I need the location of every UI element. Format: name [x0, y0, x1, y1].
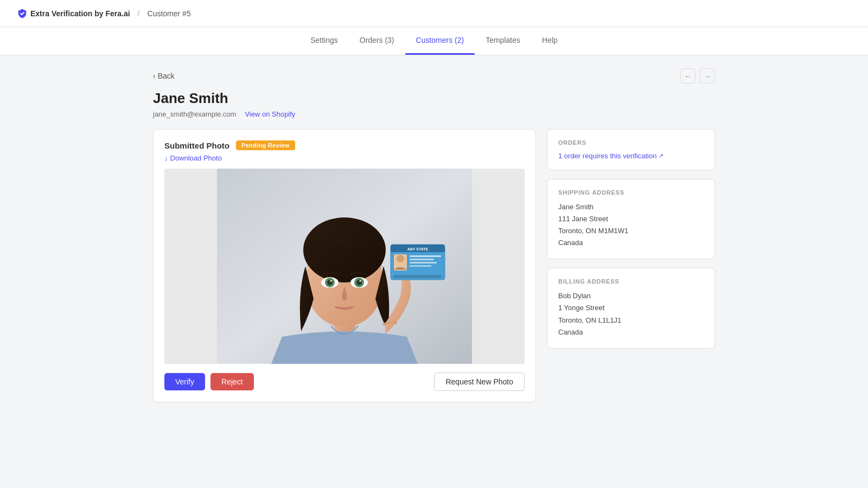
chevron-left-icon: ‹: [153, 72, 156, 80]
customer-name: Jane Smith: [153, 90, 715, 107]
orders-link[interactable]: 1 order requires this verification ↗: [558, 152, 663, 160]
side-panel: ORDERS 1 order requires this verificatio…: [547, 129, 715, 349]
photo-actions: Verify Reject Request New Photo: [164, 373, 525, 391]
nav-item-customers[interactable]: Customers (2): [405, 27, 475, 55]
back-label: Back: [158, 72, 175, 80]
customer-meta: jane_smith@example.com View on Shopify: [153, 110, 715, 118]
svg-rect-24: [410, 255, 441, 257]
brand-label: Extra Verification by Fera.ai: [30, 9, 130, 18]
svg-point-7: [327, 280, 333, 285]
photo-card-header: Submitted Photo Pending Review: [164, 140, 525, 150]
billing-name: Bob Dylan: [558, 290, 704, 302]
shipping-name: Jane Smith: [558, 201, 704, 213]
back-link[interactable]: ‹ Back: [153, 72, 175, 80]
download-photo-label: Download Photo: [170, 154, 222, 162]
nav-item-settings[interactable]: Settings: [299, 27, 349, 55]
nav-item-help[interactable]: Help: [531, 27, 569, 55]
shipping-address-card: SHIPPING ADDRESS Jane Smith 111 Jane Str…: [547, 179, 715, 259]
download-icon: ↓: [164, 154, 168, 162]
pending-badge: Pending Review: [236, 140, 295, 150]
view-shopify-link[interactable]: View on Shopify: [245, 110, 295, 118]
shipping-country: Canada: [558, 237, 704, 249]
external-link-icon: ↗: [659, 152, 663, 159]
arrow-left-icon: ←: [684, 72, 691, 80]
request-new-photo-button[interactable]: Request New Photo: [434, 373, 525, 391]
billing-city-state: Toronto, ON L1L1J1: [558, 314, 704, 326]
primary-actions: Verify Reject: [164, 373, 254, 390]
orders-card: ORDERS 1 order requires this verificatio…: [547, 129, 715, 170]
svg-point-23: [397, 255, 404, 262]
photo-card: Submitted Photo Pending Review ↓ Downloa…: [153, 129, 536, 402]
orders-section-title: ORDERS: [558, 139, 704, 146]
billing-country: Canada: [558, 326, 704, 338]
billing-address-card: BILLING ADDRESS Bob Dylan 1 Yonge Street…: [547, 268, 715, 348]
photo-card-title: Submitted Photo: [164, 141, 229, 150]
record-navigation: ← →: [680, 68, 715, 84]
svg-point-12: [360, 280, 361, 282]
topbar: Extra Verification by Fera.ai / Customer…: [0, 0, 868, 27]
person-illustration: ANY STATE: [164, 169, 525, 364]
shipping-address-text: Jane Smith 111 Jane Street Toronto, ON M…: [558, 201, 704, 249]
shipping-address-title: SHIPPING ADDRESS: [558, 189, 704, 196]
prev-record-button[interactable]: ←: [680, 68, 695, 84]
main-content: ‹ Back ← → Jane Smith jane_smith@example…: [136, 55, 732, 415]
download-photo-link[interactable]: ↓ Download Photo: [164, 154, 222, 162]
svg-rect-28: [393, 275, 441, 278]
reject-button[interactable]: Reject: [210, 373, 254, 390]
submitted-photo: ANY STATE: [164, 169, 525, 364]
nav-item-orders[interactable]: Orders (3): [349, 27, 405, 55]
page-nav: ‹ Back ← →: [153, 68, 715, 84]
svg-point-11: [356, 280, 362, 285]
verify-button[interactable]: Verify: [164, 373, 205, 390]
svg-text:ANY STATE: ANY STATE: [407, 247, 429, 251]
billing-address-text: Bob Dylan 1 Yonge Street Toronto, ON L1L…: [558, 290, 704, 338]
svg-point-8: [330, 280, 332, 282]
brand: Extra Verification by Fera.ai: [17, 9, 130, 18]
nav-item-templates[interactable]: Templates: [475, 27, 531, 55]
svg-rect-26: [410, 262, 437, 264]
billing-street: 1 Yonge Street: [558, 302, 704, 314]
next-record-button[interactable]: →: [700, 68, 715, 84]
breadcrumb-separator: /: [138, 9, 140, 18]
arrow-right-icon: →: [704, 72, 711, 80]
shipping-street: 111 Jane Street: [558, 213, 704, 225]
current-page-label: Customer #5: [148, 9, 191, 18]
shield-icon: [17, 9, 27, 18]
billing-address-title: BILLING ADDRESS: [558, 278, 704, 285]
orders-link-label: 1 order requires this verification: [558, 152, 656, 160]
content-grid: Submitted Photo Pending Review ↓ Downloa…: [153, 129, 715, 402]
customer-email: jane_smith@example.com: [153, 110, 236, 118]
svg-rect-27: [410, 265, 431, 267]
shipping-city-state: Toronto, ON M1M1W1: [558, 225, 704, 237]
svg-rect-25: [410, 259, 434, 260]
main-nav: Settings Orders (3) Customers (2) Templa…: [0, 27, 868, 55]
svg-point-4: [303, 217, 386, 282]
